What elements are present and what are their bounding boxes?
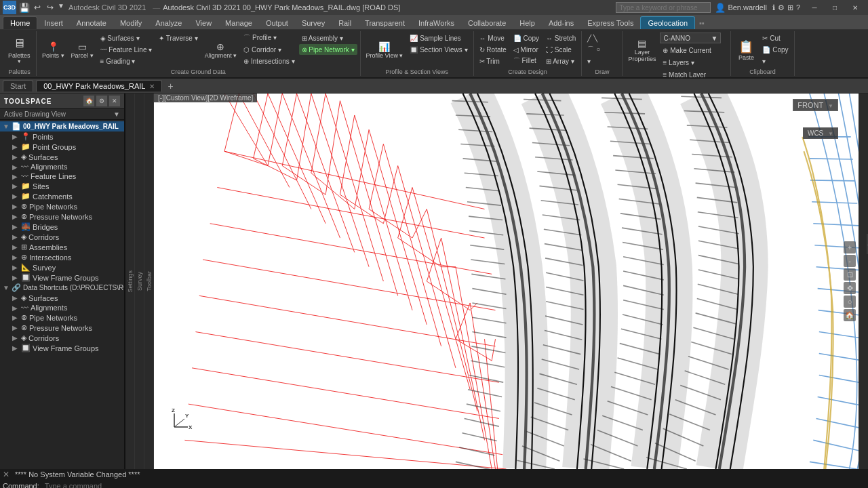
window-maximize-button[interactable]: □: [825, 0, 845, 15]
list-item[interactable]: ▶📍Points: [0, 131, 124, 142]
list-item[interactable]: ▶〰Alignments: [0, 162, 124, 171]
tab-geolocation[interactable]: Geolocation: [640, 16, 695, 29]
drawing-tab-active[interactable]: 00_HWY Park Meadows_RAIL ✕: [36, 80, 162, 92]
start-tab[interactable]: Start: [3, 80, 33, 92]
palettes-button[interactable]: 🖥 Palettes ▼: [5, 33, 33, 68]
settings-icon[interactable]: ⚙: [778, 3, 785, 12]
traverse-button[interactable]: ✦ Traverse ▾: [156, 33, 200, 43]
toolspace-home-btn[interactable]: 🏠: [83, 96, 94, 106]
redo-icon[interactable]: ↪: [45, 2, 56, 13]
list-item[interactable]: ▶⊕Intersections: [0, 252, 124, 262]
tab-survey[interactable]: Survey: [295, 17, 332, 29]
corridor-button[interactable]: ⬡ Corridor ▾: [241, 44, 297, 55]
sample-lines-button[interactable]: 📈 Sample Lines: [407, 33, 470, 43]
copy-button[interactable]: 📄 Copy: [511, 33, 542, 43]
undo-icon[interactable]: ↩: [32, 2, 43, 13]
cut-button[interactable]: ✂ Cut: [760, 33, 791, 43]
toolspace-close-btn[interactable]: ✕: [109, 96, 120, 106]
tab-view[interactable]: View: [189, 17, 218, 29]
list-item[interactable]: ▶🔲View Frame Groups: [0, 343, 124, 353]
list-item[interactable]: ▶🌉Bridges: [0, 222, 124, 232]
tab-infraworks[interactable]: InfraWorks: [412, 17, 461, 29]
stretch-button[interactable]: ↔ Stretch: [543, 33, 578, 43]
list-item[interactable]: ▶📐Survey: [0, 262, 124, 272]
dropdown-icon[interactable]: ▼: [58, 2, 64, 13]
view-home-btn[interactable]: 🏠: [844, 309, 856, 321]
pan-btn[interactable]: ✥: [844, 282, 856, 294]
list-item[interactable]: ▶⊗Pipe Networks: [0, 201, 124, 211]
draw-more-btn[interactable]: ▾: [585, 56, 603, 66]
section-views-button[interactable]: 🔲 Section Views ▾: [407, 44, 470, 55]
tab-annotate[interactable]: Annotate: [70, 17, 113, 29]
list-item[interactable]: ▶◈Corridors: [0, 232, 124, 242]
window-close-button[interactable]: ✕: [845, 0, 865, 15]
zoom-extents-btn[interactable]: ⊡: [844, 268, 856, 281]
rotate-button[interactable]: ↻ Rotate: [477, 44, 509, 55]
drawing-view-arrow[interactable]: ▼: [113, 110, 120, 118]
surfaces-button[interactable]: ◈ Surfaces ▾: [98, 33, 155, 43]
tab-manage[interactable]: Manage: [218, 17, 259, 29]
tab-rail[interactable]: Rail: [332, 17, 358, 29]
cmd-close-btn[interactable]: ✕: [3, 470, 9, 479]
paste-button[interactable]: 📋 Paste: [734, 33, 758, 68]
pipe-network-button[interactable]: ⊗ Pipe Network ▾: [299, 44, 357, 55]
question-icon[interactable]: ?: [796, 3, 800, 12]
tree-shortcuts-item[interactable]: ▼ 🔗 Data Shortcuts (D:\PROJECTS\ROAD...: [0, 283, 124, 293]
list-item[interactable]: ▶📁Point Groups: [0, 142, 124, 152]
layer-selector[interactable]: C-ANNO▼: [660, 33, 721, 43]
toolspace-settings-btn[interactable]: ⚙: [96, 96, 107, 106]
array-button[interactable]: ⊞ Array ▾: [543, 56, 578, 66]
list-item[interactable]: ▶◈Corridors: [0, 333, 124, 343]
list-item[interactable]: ▶⊗Pressure Networks: [0, 323, 124, 333]
draw-arc-btn[interactable]: ⌒ ○: [585, 44, 603, 55]
orbit-btn[interactable]: ○: [844, 296, 856, 308]
move-button[interactable]: ↔ Move: [477, 33, 509, 43]
list-item[interactable]: ▶◈Surfaces: [0, 152, 124, 162]
assembly-button[interactable]: ⊞ Assembly ▾: [299, 33, 357, 43]
list-item[interactable]: ▶🔲View Frame Groups: [0, 272, 124, 283]
match-layer-button[interactable]: ≡ Match Layer: [660, 69, 721, 79]
window-minimize-button[interactable]: ─: [804, 0, 825, 15]
command-input[interactable]: [42, 481, 865, 488]
list-item[interactable]: ▶〰Alignments: [0, 303, 124, 312]
list-item[interactable]: ▶◈Surfaces: [0, 293, 124, 303]
tab-analyze[interactable]: Analyze: [149, 17, 189, 29]
new-tab-button[interactable]: +: [165, 81, 176, 92]
intersections-button[interactable]: ⊕ Intersections ▾: [241, 56, 297, 66]
fillet-button[interactable]: ⌒ Fillet: [511, 56, 542, 66]
list-item[interactable]: ▶〰Feature Lines: [0, 171, 124, 181]
search-input[interactable]: [616, 2, 711, 13]
trim-button[interactable]: ✂ Trim: [477, 56, 509, 66]
copy-clip-button[interactable]: 📄 Copy: [760, 44, 791, 55]
alignment-button[interactable]: ⊕ Alignment ▾: [202, 33, 240, 68]
points-button[interactable]: 📍 Points ▾: [39, 33, 67, 68]
list-item[interactable]: ▶⊗Pipe Networks: [0, 312, 124, 323]
mirror-button[interactable]: ◁ Mirror: [511, 44, 542, 55]
grading-button[interactable]: ≡ Grading ▾: [98, 56, 155, 66]
zoom-in-btn[interactable]: +: [844, 241, 856, 253]
tab-express[interactable]: Express Tools: [580, 17, 640, 29]
tab-insert[interactable]: Insert: [37, 17, 70, 29]
list-item[interactable]: ▶📁Sites: [0, 181, 124, 191]
tab-transparent[interactable]: Transparent: [358, 17, 412, 29]
tab-help[interactable]: Help: [513, 17, 542, 29]
tab-addins[interactable]: Add-ins: [542, 17, 580, 29]
apps-icon[interactable]: ⊞: [787, 3, 793, 12]
tab-output[interactable]: Output: [259, 17, 295, 29]
profile-button[interactable]: ⌒ Profile ▾: [241, 33, 297, 43]
scale-button[interactable]: ⛶ Scale: [543, 44, 578, 55]
clipboard-button[interactable]: ▾: [760, 56, 791, 66]
tab-extra[interactable]: ▪▪: [695, 17, 709, 29]
parcel-button[interactable]: ▭ Parcel ▾: [68, 33, 96, 68]
profile-view-button[interactable]: 📊 Profile View ▾: [363, 33, 406, 68]
tree-root-item[interactable]: ▼ 📄 00_HWY Park Meadows_RAIL: [0, 121, 124, 131]
viewport[interactable]: [-][Custom View][2D Wireframe]: [154, 94, 859, 469]
layers-button[interactable]: ≡ Layers ▾: [660, 57, 721, 68]
list-item[interactable]: ▶⊗Pressure Networks: [0, 211, 124, 222]
list-item[interactable]: ▶📁Catchments: [0, 191, 124, 201]
draw-line-btn[interactable]: ╱ ╲: [585, 33, 603, 43]
tab-home[interactable]: Home: [3, 16, 37, 29]
layer-properties-button[interactable]: ▤ LayerProperties: [625, 33, 658, 68]
list-item[interactable]: ▶⊞Assemblies: [0, 242, 124, 252]
save-icon[interactable]: 💾: [19, 2, 30, 13]
